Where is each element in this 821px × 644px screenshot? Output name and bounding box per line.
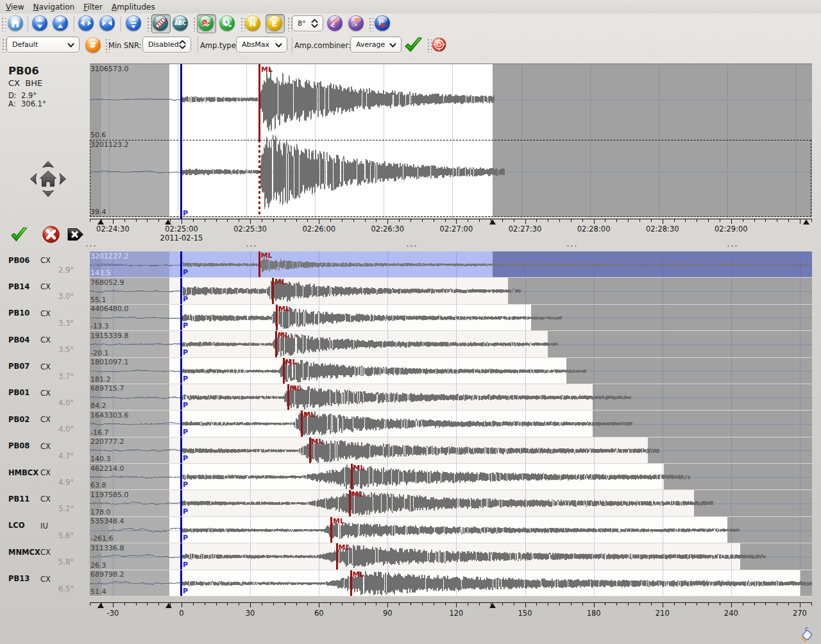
p-marker-line <box>180 331 182 357</box>
axis-drag-triangle[interactable] <box>97 219 104 225</box>
splitter-dots[interactable] <box>407 245 417 247</box>
station-row[interactable]: PB13CX6.5°PML689798.251.4 <box>0 570 821 597</box>
normalize-amplitudes-icon[interactable] <box>153 15 168 31</box>
p-marker-label: P <box>183 561 188 569</box>
axis-tick <box>548 219 548 222</box>
axis-drag-triangle[interactable] <box>489 219 496 225</box>
toolbar-separator <box>121 16 122 31</box>
show-picks-icon[interactable]: P <box>198 15 214 31</box>
axis-drag-triangle[interactable] <box>97 603 104 608</box>
station-row[interactable]: PB07CX3.7°PML1801097.1181.2 <box>0 358 821 384</box>
min-distance-icon[interactable]: < <box>327 15 343 31</box>
row-separator <box>90 596 812 597</box>
amp-type-select[interactable]: AbsMax <box>236 37 287 53</box>
axis-tick <box>113 603 114 607</box>
station-row[interactable]: PB06CX2.9°PML3201227.2143.5 <box>0 251 821 278</box>
bottom-axis-label: 30 <box>246 609 255 618</box>
axis-tick <box>216 603 217 606</box>
axis-tick <box>800 603 800 607</box>
axis-tick <box>205 603 205 606</box>
station-row[interactable]: PB14CX3.0°PML768052.955.1 <box>0 278 821 304</box>
min-snr-spinbox[interactable]: Disabled <box>142 37 191 53</box>
p-waveform-icon[interactable]: P <box>375 15 390 31</box>
menu-item-amplitudes[interactable]: Amplitudes <box>107 1 160 13</box>
toolbar-handle[interactable] <box>427 38 432 53</box>
ml-marker-line <box>330 517 332 543</box>
axis-tick <box>743 603 743 606</box>
confirm-button[interactable] <box>10 226 28 243</box>
menu-item-view[interactable]: View <box>1 1 28 13</box>
axis-tick <box>605 219 605 222</box>
axis-tick <box>800 219 800 224</box>
row-min-amplitude: -16.7 <box>90 429 108 436</box>
axis-drag-triangle[interactable] <box>165 219 171 225</box>
axis-tick <box>502 219 503 222</box>
axis-drag-triangle[interactable] <box>803 219 809 225</box>
row-max-amplitude: 689798.2 <box>90 571 124 578</box>
hash-filter-button[interactable]: # <box>85 37 101 53</box>
min-snr-label: Min SNR: <box>108 41 141 50</box>
amp-combiner-select[interactable]: Average <box>350 37 402 53</box>
reject-button[interactable] <box>42 226 60 243</box>
axis-tick <box>365 603 366 606</box>
ml-marker-label: ML <box>351 490 363 498</box>
ip-icon[interactable]: IP <box>348 15 364 31</box>
toolbar-handle[interactable] <box>241 17 245 31</box>
ml-marker-line <box>272 278 274 304</box>
bottom-axis-label: 90 <box>383 609 393 618</box>
splitter-dots[interactable] <box>567 245 577 247</box>
expand-horizontal-icon[interactable] <box>78 15 94 31</box>
station-row[interactable]: LCOIU5.6°PML535348.4-261.6 <box>0 517 821 543</box>
axis-tick <box>765 603 766 606</box>
row-min-amplitude: 84.2 <box>90 402 106 409</box>
axis-tick <box>536 603 537 606</box>
toolbar-handle[interactable] <box>147 17 151 31</box>
ml-marker-line <box>309 437 311 464</box>
skip-arrow-icon <box>67 228 84 241</box>
toolbar-handle[interactable] <box>369 17 373 31</box>
rotation-spinbox[interactable]: 8° <box>292 15 323 31</box>
compress-vertical-icon[interactable] <box>53 15 68 31</box>
ml-marker-line <box>351 464 353 490</box>
station-row[interactable]: PB10CX3.3°PML4406480.0-13.3 <box>0 305 821 331</box>
home-icon[interactable] <box>8 15 23 31</box>
menu-item-navigation[interactable]: Navigation <box>28 1 79 13</box>
station-row[interactable]: PB08CX4.7°PML220777.2140.3 <box>0 437 821 464</box>
expand-vertical-icon[interactable] <box>32 15 47 31</box>
station-row[interactable]: MNMCXCX5.8°PML311336.826.3 <box>0 543 821 570</box>
recalculate-amplitudes-button[interactable] <box>404 36 423 54</box>
axis-tick <box>307 603 308 606</box>
toolbar-handle[interactable] <box>287 17 292 31</box>
fit-vertical-icon[interactable] <box>126 15 141 31</box>
compress-horizontal-icon[interactable] <box>99 15 115 31</box>
relative-time-icon[interactable] <box>219 15 235 31</box>
axis-drag-triangle[interactable] <box>165 603 172 608</box>
chevron-down-icon <box>275 42 282 49</box>
ml-marker-label: ML <box>353 464 365 472</box>
station-row[interactable]: PB04CX3.5°PML1915339.8-20.1 <box>0 331 821 357</box>
toolbar-handle[interactable] <box>1 17 6 31</box>
splitter-dots[interactable] <box>246 245 257 247</box>
axis-tick <box>319 219 319 224</box>
row-min-amplitude: -261.6 <box>90 535 113 542</box>
show-trace-labels-icon[interactable]: ABC <box>173 15 188 31</box>
station-row[interactable]: PB02CX4.0°PML1643303.6-16.7 <box>0 411 821 437</box>
station-row[interactable]: HMBCXCX4.9°PML462214.063.8 <box>0 464 821 490</box>
north-component-icon[interactable]: N <box>245 15 260 31</box>
menu-item-filter[interactable]: Filter <box>79 1 107 13</box>
station-row[interactable]: PB01CX4.0°PML689715.784.2 <box>0 384 821 411</box>
splitter-dots[interactable] <box>727 245 738 247</box>
p-marker-label: P <box>183 587 188 595</box>
axis-tick <box>227 603 228 606</box>
station-row[interactable]: PB11CX5.2°PML1197585.0178.0 <box>0 490 821 516</box>
relocate-button[interactable] <box>432 37 446 52</box>
axis-drag-triangle[interactable] <box>489 603 496 608</box>
east-component-icon[interactable]: E <box>267 15 282 31</box>
toolbar-handle[interactable] <box>2 38 6 53</box>
skip-trace-button[interactable] <box>67 228 84 241</box>
filter-profile-select[interactable]: Default <box>6 37 80 53</box>
splitter-dots[interactable] <box>86 245 96 247</box>
axis-tick <box>479 219 480 222</box>
ml-marker-label: ML <box>278 331 289 339</box>
filter-profile-select-value: Default <box>12 40 38 49</box>
